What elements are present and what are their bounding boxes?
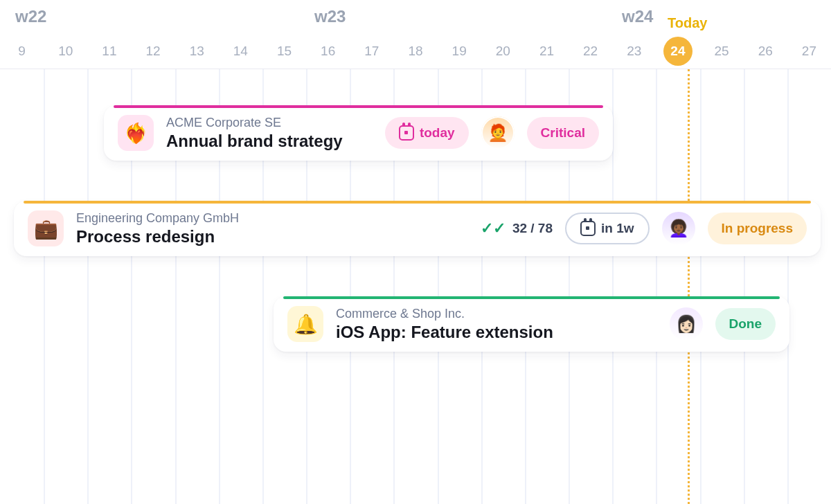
day-cell-today[interactable]: 24 (656, 37, 699, 66)
day-cell[interactable]: 11 (87, 44, 131, 59)
project-title: Annual brand strategy (166, 132, 343, 151)
due-pill[interactable]: today (385, 117, 469, 149)
project-card-text: ACME Corporate SE Annual brand strategy (166, 116, 343, 151)
project-card-commerce[interactable]: 🔔 Commerce & Shop Inc. iOS App: Feature … (274, 296, 789, 352)
project-card-text: Engineering Company GmbH Process redesig… (76, 211, 239, 246)
grid-line (787, 69, 789, 504)
project-card-text: Commerce & Shop Inc. iOS App: Feature ex… (336, 307, 553, 342)
assignee-avatar[interactable]: 👩🏻 (670, 307, 703, 341)
status-label: Done (729, 316, 762, 332)
due-label: in 1w (601, 221, 634, 236)
day-cell[interactable]: 18 (393, 44, 437, 59)
week-label-w23: w23 (314, 7, 346, 26)
calendar-icon (399, 125, 414, 141)
status-pill[interactable]: Critical (527, 117, 599, 149)
client-name: Commerce & Shop Inc. (336, 307, 553, 321)
day-cell[interactable]: 16 (306, 44, 350, 59)
client-name: ACME Corporate SE (166, 116, 343, 130)
grid-line (656, 69, 657, 504)
day-cell[interactable]: 10 (44, 44, 87, 59)
briefcase-icon: 💼 (28, 210, 64, 246)
project-title: iOS App: Feature extension (336, 323, 553, 342)
bell-icon: 🔔 (287, 306, 323, 342)
status-pill[interactable]: In progress (708, 213, 807, 244)
week-label-w22: w22 (15, 7, 46, 26)
today-circle: 24 (663, 37, 692, 66)
day-cell[interactable]: 21 (525, 44, 569, 59)
day-cell[interactable]: 27 (787, 44, 831, 59)
progress-value: 32 / 78 (512, 221, 553, 236)
today-marker-line (688, 69, 690, 504)
day-cell[interactable]: 19 (438, 44, 481, 59)
day-cell[interactable]: 13 (175, 44, 219, 59)
grid-line (744, 69, 745, 504)
timeline-header: w22 w23 w24 Today 9101112131415161718192… (0, 0, 831, 69)
timeline-body[interactable]: ❤️‍🔥 ACME Corporate SE Annual brand stra… (0, 69, 831, 504)
due-pill[interactable]: in 1w (565, 213, 650, 244)
double-check-icon: ✓✓ (481, 219, 506, 237)
progress-indicator: ✓✓ 32 / 78 (481, 219, 553, 237)
day-cell[interactable]: 22 (569, 44, 612, 59)
due-label: today (420, 125, 455, 141)
assignee-avatar[interactable]: 👩🏾‍🦱 (662, 212, 695, 245)
calendar-icon (580, 221, 596, 236)
status-label: Critical (541, 125, 585, 141)
grid-line (700, 69, 702, 504)
project-card-acme[interactable]: ❤️‍🔥 ACME Corporate SE Annual brand stra… (104, 105, 613, 161)
day-cell[interactable]: 23 (612, 44, 656, 59)
days-row: 9101112131415161718192021222324252627 (0, 33, 831, 69)
assignee-avatar[interactable]: 🧑‍🦰 (481, 116, 515, 150)
status-pill[interactable]: Done (715, 308, 776, 340)
grid-line (87, 69, 89, 504)
day-cell[interactable]: 15 (262, 44, 306, 59)
weeks-row: w22 w23 w24 Today (0, 0, 831, 33)
heart-icon: ❤️‍🔥 (118, 115, 154, 151)
day-cell[interactable]: 17 (350, 44, 393, 59)
day-cell[interactable]: 12 (131, 44, 175, 59)
grid-line (44, 69, 45, 504)
today-label: Today (668, 15, 707, 31)
day-cell[interactable]: 25 (700, 44, 744, 59)
status-label: In progress (722, 221, 793, 236)
project-title: Process redesign (76, 227, 239, 246)
day-cell[interactable]: 9 (0, 44, 44, 59)
day-cell[interactable]: 14 (219, 44, 262, 59)
project-card-engineering[interactable]: 💼 Engineering Company GmbH Process redes… (14, 201, 821, 256)
client-name: Engineering Company GmbH (76, 211, 239, 226)
day-cell[interactable]: 26 (744, 44, 787, 59)
day-cell[interactable]: 20 (481, 44, 525, 59)
week-label-w24: w24 (622, 7, 653, 26)
